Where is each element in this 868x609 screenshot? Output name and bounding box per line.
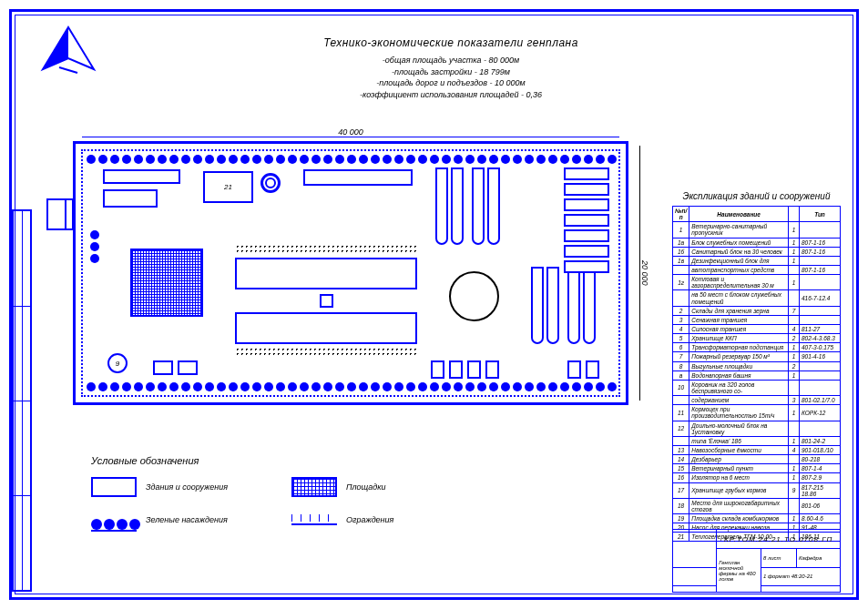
spec-th: №п/п xyxy=(673,207,689,222)
table-row: 1вДезинфекционный блок для1 xyxy=(673,256,841,265)
spec-cell: 801-06 xyxy=(800,498,841,513)
spec-cell xyxy=(800,370,841,380)
spec-cell xyxy=(789,315,800,324)
spec-cell: Доильно-молочный блок на 1установку xyxy=(689,421,789,436)
spec-cell: 5 xyxy=(673,334,689,343)
bldg-small xyxy=(178,360,198,375)
spec-cell: 807-1-16 xyxy=(800,265,841,274)
spec-cell: 2 xyxy=(673,306,689,315)
spec-cell: 407-3-0.175 xyxy=(800,343,841,352)
spec-cell: 8 xyxy=(673,361,689,370)
spec-cell: 13 xyxy=(673,445,689,454)
spec-cell: 1 xyxy=(789,256,800,265)
table-row: типа 'Ёлочка' 1861801-24-2 xyxy=(673,436,841,445)
trench xyxy=(531,267,544,344)
spec-cell: 3 xyxy=(789,396,800,405)
spec-cell: 1 xyxy=(789,464,800,473)
spec-cell: 2 xyxy=(789,361,800,370)
trench xyxy=(546,267,559,344)
spec-cell: 1 xyxy=(789,514,800,523)
spec-cell: Дезинфекционный блок для xyxy=(689,256,789,265)
spec-cell: 4 xyxy=(789,324,800,333)
spec-cell: 807-1-4 xyxy=(800,464,841,473)
spec-cell xyxy=(673,265,689,274)
spec-cell: Пожарный резервуар 150 м³ xyxy=(689,352,789,361)
bldg-label: 9 xyxy=(116,360,119,368)
legend-row: Площадки xyxy=(291,477,474,497)
barn xyxy=(235,312,417,344)
reservoir-circle xyxy=(449,271,499,321)
spec-cell: Изолятор на 6 мест xyxy=(689,473,789,482)
spec-cell: 1 xyxy=(789,247,800,256)
spec-cell: 807-1-16 xyxy=(800,238,841,247)
spec-cell: 1 xyxy=(789,222,800,238)
legend: Условные обозначения Здания и сооружения… xyxy=(91,455,455,530)
spec-cell xyxy=(789,290,800,306)
specification: Экспликация зданий и сооружений №п/п Наи… xyxy=(672,191,841,542)
table-row: аВодонапорная башня1 xyxy=(673,370,841,380)
dimension-height: 20 000 xyxy=(639,146,649,401)
spec-cell xyxy=(800,306,841,315)
spec-cell: Санитарный блок на 30 человек xyxy=(689,247,789,256)
table-row: 5Хранилище ККП2802-4-3.68.3 xyxy=(673,334,841,343)
spec-cell: 802-4-3.68.3 xyxy=(800,334,841,343)
spec-cell xyxy=(789,498,800,513)
spec-cell: 817-215 18.86 xyxy=(800,482,841,498)
bldg-label: 21 xyxy=(224,183,232,191)
legend-label: Ограждения xyxy=(346,515,393,524)
svg-marker-1 xyxy=(43,27,68,69)
spec-cell: содержанием xyxy=(689,396,789,405)
spec-cell: 80-218 xyxy=(800,455,841,464)
spec-cell: 801-02.1/7.0 xyxy=(800,396,841,405)
spec-cell: 19 xyxy=(673,514,689,523)
north-arrow-icon xyxy=(41,27,96,82)
spec-cell: Место для широкогабаритных стогов xyxy=(689,498,789,513)
table-row: 15Ветеринарный пункт1807-1-4 xyxy=(673,464,841,473)
table-row: 19Площадка склада комбикормов18.60-4.6 xyxy=(673,514,841,523)
table-row: 1бСанитарный блок на 30 человек1807-1-16 xyxy=(673,247,841,256)
spec-cell xyxy=(800,275,841,290)
bldg xyxy=(103,189,158,208)
spec-cell: 1 xyxy=(789,343,800,352)
site-plan: 21 9 xyxy=(73,141,628,405)
spec-cell: Трансформаторная подстанция xyxy=(689,343,789,352)
table-row: 16Изолятор на 6 мест1807-2.9 xyxy=(673,473,841,482)
tree-col xyxy=(90,230,99,263)
spec-cell: 6 xyxy=(673,343,689,352)
spec-cell: 811-27 xyxy=(800,324,841,333)
barn xyxy=(235,258,417,289)
entrance-gate xyxy=(65,198,74,230)
trench xyxy=(567,267,580,344)
spec-cell: 1 xyxy=(789,473,800,482)
metric-row: -площадь дорог и подъездов - 10 000м xyxy=(255,77,647,89)
legend-label: Площадки xyxy=(346,482,386,492)
spec-cell: Хранилище грубых кормов xyxy=(689,482,789,498)
spec-cell: Ветеринарный пункт xyxy=(689,464,789,473)
spec-cell: 1 xyxy=(789,352,800,361)
table-row: 1Ветеринарно-санитарный пропускник1 xyxy=(673,222,841,238)
spec-cell: 416-7-12.4 xyxy=(800,290,841,306)
spec-cell: 12 xyxy=(673,421,689,436)
header: Технико-экономические показатели генплан… xyxy=(255,36,647,100)
svg-line-2 xyxy=(59,67,77,73)
bldg-small xyxy=(467,360,481,379)
titleblock-code: КР.ТОМ.24.21.ТО.0708.ГП xyxy=(717,530,841,549)
bldg-circle: 9 xyxy=(107,353,128,373)
spec-cell: 801-24-2 xyxy=(800,436,841,445)
spec-cell xyxy=(673,290,689,306)
bldg-small xyxy=(431,360,444,379)
spec-cell: 8.60-4.6 xyxy=(800,514,841,523)
spec-cell: 14 xyxy=(673,455,689,464)
spec-cell: 4 xyxy=(673,324,689,333)
header-metrics: -общая площадь участка - 80 000м -площад… xyxy=(255,55,647,100)
spec-cell: Силосная траншея xyxy=(689,324,789,333)
spec-cell: 1г xyxy=(673,275,689,290)
spec-cell: 807-2.9 xyxy=(800,473,841,482)
table-row: 11Кормоцех при производительностью 15т/ч… xyxy=(673,405,841,421)
spec-cell: 16 xyxy=(673,473,689,482)
bldg: 21 xyxy=(203,171,253,203)
spec-cell: 7 xyxy=(789,306,800,315)
spec-cell: 15 xyxy=(673,464,689,473)
binding-margin xyxy=(12,209,32,592)
metric-row: -общая площадь участка - 80 000м xyxy=(255,55,647,66)
